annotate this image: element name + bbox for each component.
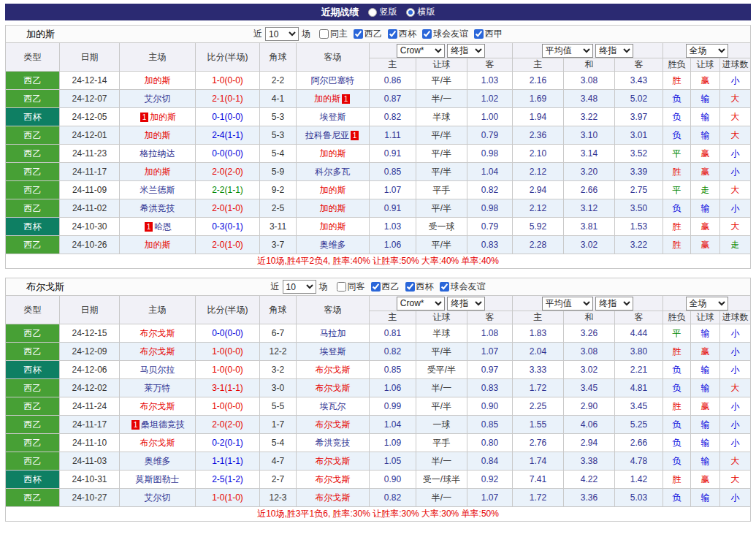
- match-score-cell: 2-0(1-0): [196, 199, 260, 218]
- home-team-name[interactable]: 莱万特: [145, 383, 171, 393]
- filter-checkbox-input[interactable]: [388, 29, 397, 39]
- filter-checkbox-input[interactable]: [422, 29, 432, 39]
- away-team-name[interactable]: 埃登斯: [320, 112, 346, 122]
- away-team-name[interactable]: 布尔戈斯: [316, 365, 351, 375]
- layout-radio-input[interactable]: [368, 8, 377, 17]
- home-team-name[interactable]: 马贝尔拉: [140, 365, 175, 375]
- filter-checkbox-球会友谊[interactable]: 球会友谊: [440, 281, 486, 293]
- section-summary: 近10场,胜3平1负6, 胜率:30% 让胜率:30% 大率:30% 单率:50…: [6, 507, 751, 522]
- filter-checkbox-西甲[interactable]: 西甲: [474, 28, 503, 40]
- home-team-name[interactable]: 桑坦德竞技: [141, 419, 185, 430]
- league-type-cell: 西乙: [6, 489, 60, 507]
- filter-checkbox-西乙[interactable]: 西乙: [354, 28, 382, 40]
- away-team-cell: 布尔戈斯: [297, 416, 370, 434]
- asia-handicap: 半球: [416, 324, 467, 343]
- result-outcome: 负: [663, 452, 691, 471]
- away-team-name[interactable]: 埃瓦尔: [320, 401, 346, 411]
- average-odds-select[interactable]: 平均值: [542, 297, 593, 311]
- away-team-name[interactable]: 加的斯: [320, 185, 346, 195]
- away-team-name[interactable]: 阿尔巴塞特: [311, 75, 355, 85]
- away-team-name[interactable]: 布尔戈斯: [316, 456, 351, 466]
- match-count-select[interactable]: 10: [283, 280, 316, 294]
- home-team-cell: 1桑坦德竞技: [120, 416, 196, 434]
- filter-checkbox-input[interactable]: [319, 29, 329, 39]
- away-team-name[interactable]: 布尔戈斯: [316, 492, 351, 503]
- filter-checkbox-球会友谊[interactable]: 球会友谊: [422, 28, 468, 40]
- away-team-name[interactable]: 马拉加: [320, 328, 346, 338]
- average-odds-select[interactable]: 平均值: [542, 44, 593, 58]
- euro-odds-stage-select[interactable]: 终指: [595, 44, 633, 58]
- league-type-cell: 西乙: [6, 379, 60, 397]
- match-count-select[interactable]: 10: [265, 27, 299, 41]
- filter-checkbox-西乙[interactable]: 西乙: [371, 281, 400, 293]
- match-score: 0-3(0-1): [212, 221, 243, 232]
- away-team-name[interactable]: 奥维多: [320, 240, 346, 250]
- home-team-cell: 加的斯: [120, 236, 196, 254]
- home-team-name[interactable]: 加的斯: [145, 167, 171, 177]
- odds-company-select[interactable]: Crow*: [397, 297, 445, 311]
- match-score-cell: 1-0(0-0): [196, 343, 260, 361]
- asia-handicap: 平/半: [416, 343, 467, 361]
- home-team-name[interactable]: 格拉纳达: [140, 148, 175, 159]
- home-team-name[interactable]: 加的斯: [145, 130, 171, 140]
- filter-checkbox-input[interactable]: [371, 282, 381, 292]
- scope-select[interactable]: 全场: [686, 44, 728, 58]
- scope-select[interactable]: 全场: [686, 297, 728, 311]
- euro-odds-stage-select[interactable]: 终指: [595, 297, 633, 311]
- home-team-name[interactable]: 加的斯: [150, 112, 176, 122]
- home-team-name[interactable]: 奥维多: [145, 456, 171, 466]
- away-team-name[interactable]: 加的斯: [314, 94, 340, 104]
- home-team-name[interactable]: 艾尔切: [145, 492, 171, 503]
- result-goals: 小: [720, 416, 751, 434]
- away-team-name[interactable]: 加的斯: [320, 148, 346, 159]
- away-team-name[interactable]: 拉科鲁尼亚: [305, 130, 349, 140]
- match-score-cell: 1-0(0-0): [196, 361, 260, 379]
- filter-checkbox-西杯[interactable]: 西杯: [388, 28, 416, 40]
- away-team-cell: 布尔戈斯: [297, 489, 370, 507]
- filter-checkbox-西杯[interactable]: 西杯: [405, 281, 434, 293]
- away-team-name[interactable]: 布尔戈斯: [316, 383, 351, 393]
- asia-handicap: 受一/球半: [416, 471, 467, 489]
- home-team-name[interactable]: 布尔戈斯: [140, 438, 175, 448]
- away-team-name[interactable]: 加的斯: [320, 221, 346, 232]
- filter-checkbox-同客[interactable]: 同客: [337, 281, 365, 293]
- filter-checkbox-group: 同主西乙西杯球会友谊西甲: [313, 28, 503, 40]
- asia-odds-stage-select[interactable]: 终指: [447, 44, 485, 58]
- away-team-name[interactable]: 布尔戈斯: [316, 419, 351, 430]
- filter-checkbox-label: 西甲: [485, 28, 503, 40]
- home-team-name[interactable]: 加的斯: [145, 240, 171, 250]
- layout-radio-horizontal[interactable]: 横版: [406, 6, 435, 18]
- away-team-name[interactable]: 加的斯: [320, 203, 346, 213]
- home-team-name[interactable]: 布尔戈斯: [140, 346, 175, 357]
- match-row-4: 西乙 24-12-01 加的斯 2-4(1-1) 5-3 拉科鲁尼亚1 1.11…: [6, 126, 751, 145]
- layout-radio-vertical[interactable]: 竖版: [368, 6, 397, 18]
- asia-handicap: 平手: [416, 181, 467, 199]
- odds-company-select[interactable]: Crow*: [397, 44, 445, 58]
- home-team-name[interactable]: 哈恩: [154, 221, 172, 232]
- home-team-name[interactable]: 布尔戈斯: [140, 328, 175, 338]
- home-team-name[interactable]: 米兰德斯: [140, 185, 175, 195]
- filter-checkbox-input[interactable]: [474, 29, 484, 39]
- filter-checkbox-同主[interactable]: 同主: [319, 28, 348, 40]
- league-type-cell: 西乙: [6, 434, 60, 452]
- filter-checkbox-input[interactable]: [405, 282, 415, 292]
- away-team-name[interactable]: 希洪竞技: [316, 438, 351, 448]
- filter-checkbox-input[interactable]: [354, 29, 363, 39]
- layout-radio-input[interactable]: [406, 8, 415, 17]
- away-team-name[interactable]: 布尔戈斯: [316, 474, 351, 484]
- home-team-name[interactable]: 布尔戈斯: [140, 401, 175, 411]
- filter-checkbox-input[interactable]: [440, 282, 449, 292]
- filter-prefix-label: 近: [271, 281, 280, 293]
- away-team-name[interactable]: 科尔多瓦: [316, 167, 351, 177]
- asia-home-odds: 0.90: [370, 471, 416, 489]
- home-team-name[interactable]: 希洪竞技: [140, 203, 175, 213]
- asia-odds-stage-select[interactable]: 终指: [447, 297, 485, 311]
- match-row-1: 西乙 24-12-15 布尔戈斯 0-0(0-0) 6-7 马拉加 0.81 半…: [6, 324, 751, 343]
- home-team-name[interactable]: 艾尔切: [145, 94, 171, 104]
- filter-checkbox-input[interactable]: [337, 282, 346, 292]
- home-team-name[interactable]: 加的斯: [145, 75, 171, 85]
- away-team-name[interactable]: 埃登斯: [320, 346, 346, 357]
- result-outcome: 胜: [663, 236, 691, 254]
- home-team-name[interactable]: 莫斯图勒士: [136, 474, 180, 484]
- result-goals: 大: [720, 126, 751, 145]
